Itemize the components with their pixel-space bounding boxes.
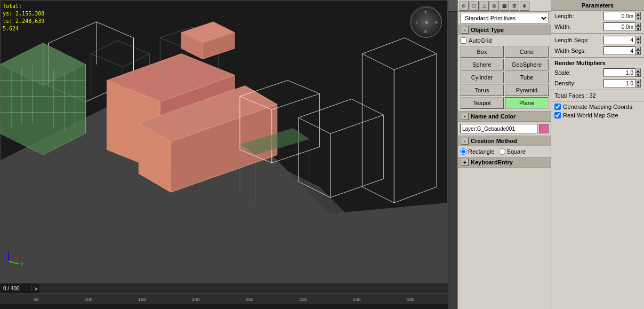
generate-mapping-checkbox[interactable] [554,104,561,110]
square-radio[interactable] [499,148,505,155]
svg-text:Y: Y [20,262,23,267]
width-row: Width: ▲ ▼ [551,21,644,32]
width-segs-spin-down[interactable]: ▼ [635,51,641,55]
density-input-wrap: ▲ ▼ [603,79,641,88]
stat-value: 5.624 [3,25,44,33]
command-panel: ⊙ ⬡ △ ◎ ▦ ⊞ ⊕ Standard Primitives Extend… [457,0,551,309]
length-label: Length: [554,13,574,19]
color-swatch[interactable] [539,124,549,133]
width-spin-up[interactable]: ▲ [635,22,641,27]
divider-3 [551,90,644,90]
toolbar-icon-6[interactable]: ⊞ [510,1,519,11]
scale-spin-down[interactable]: ▼ [635,73,641,77]
length-segs-spinner: ▲ ▼ [635,36,641,44]
scale-row: Scale: ▲ ▼ [551,67,644,78]
creation-method-collapse[interactable]: - [461,137,469,145]
autogrid-label: AutoGrid [469,37,492,44]
toolbar-icon-3[interactable]: △ [479,1,489,11]
width-segs-spin-up[interactable]: ▲ [635,46,641,51]
length-spin-down[interactable]: ▼ [635,16,641,20]
length-segs-spin-down[interactable]: ▼ [635,40,641,44]
density-spinner: ▲ ▼ [635,79,641,88]
divider-2 [551,57,644,58]
svg-text:X: X [20,254,23,259]
viewport-3d[interactable]: X Y Total: ys: 2,155,308 ts: 2,248,639 5… [0,0,448,283]
toolbar-icon-1[interactable]: ⊙ [459,1,469,11]
scale-spin-up[interactable]: ▲ [635,68,641,73]
length-segs-spin-up[interactable]: ▲ [635,36,641,40]
middle-toolbar [448,0,457,309]
scale-input[interactable] [603,68,635,77]
svg-point-68 [425,21,428,24]
nav-gizmo[interactable]: T B L R [410,6,442,38]
width-input[interactable] [603,22,635,31]
object-type-section: AutoGrid Box Cone Sphere GeoSphere Cylin… [458,35,551,111]
width-spin-down[interactable]: ▼ [635,27,641,31]
timeline-play[interactable]: > [32,286,39,292]
length-segs-input[interactable] [603,36,635,44]
params-title: Parameters [551,0,644,11]
keyboard-entry-header: + KeyboardEntry [458,157,551,168]
svg-text:B: B [424,30,427,34]
toolbar-icon-7[interactable]: ⊕ [520,1,529,11]
ruler-mark-250: 250 [245,297,253,302]
square-label: Square [507,148,526,155]
total-faces-row: Total Faces : 32 [551,91,644,100]
timeline-track[interactable] [39,283,448,294]
primitive-buttons-grid: Box Cone Sphere GeoSphere Cylinder Tube … [460,46,549,109]
primitives-dropdown-row: Standard Primitives Extended Primitives … [458,12,551,25]
density-spin-up[interactable]: ▲ [635,79,641,83]
width-segs-input-wrap: ▲ ▼ [603,46,641,55]
box-button[interactable]: Box [460,46,504,58]
object-type-header: - Object Type [458,25,551,35]
square-option: Square [499,148,526,155]
viewport-stats: Total: ys: 2,155,308 ts: 2,248,639 5.624 [3,3,44,33]
width-segs-input[interactable] [603,46,635,55]
width-segs-spinner: ▲ ▼ [635,46,641,55]
density-spin-down[interactable]: ▼ [635,83,641,88]
ruler-mark-300: 300 [299,297,307,302]
tube-button[interactable]: Tube [505,72,549,83]
length-segs-label: Length Segs: [554,37,589,43]
keyboard-entry-title: KeyboardEntry [471,159,513,165]
teapot-button[interactable]: Teapot [460,97,504,109]
plane-button[interactable]: Plane [505,97,549,109]
real-world-checkbox[interactable] [554,112,561,118]
keyboard-entry-expand[interactable]: + [461,159,469,166]
torus-button[interactable]: Torus [460,84,504,96]
autogrid-checkbox[interactable] [460,37,466,44]
name-color-collapse[interactable]: - [461,113,469,120]
scale-spinner: ▲ ▼ [635,68,641,77]
name-input[interactable] [460,124,538,133]
generate-mapping-label: Generate Mapping Coords. [563,104,634,110]
primitives-dropdown[interactable]: Standard Primitives Extended Primitives … [460,13,549,23]
name-color-title: Name and Color [471,113,516,120]
density-input[interactable] [603,79,635,88]
pyramid-button[interactable]: Pyramid [505,84,549,96]
geosphere-button[interactable]: GeoSphere [505,59,549,70]
sphere-button[interactable]: Sphere [460,59,504,70]
object-type-collapse[interactable]: - [461,26,469,34]
density-row: Density: ▲ ▼ [551,78,644,89]
cone-button[interactable]: Cone [505,46,549,58]
toolbar-icon-2[interactable]: ⬡ [469,1,479,11]
ruler-mark-50: 50 [34,297,39,302]
name-color-header: - Name and Color [458,111,551,122]
rectangle-radio[interactable] [460,148,466,155]
svg-text:L: L [416,21,418,25]
cylinder-button[interactable]: Cylinder [460,72,504,83]
toolbar-icon-4[interactable]: ◎ [489,1,499,11]
length-spin-up[interactable]: ▲ [635,12,641,16]
object-type-title: Object Type [471,27,504,33]
toolbar-icon-5[interactable]: ▦ [500,1,509,11]
real-world-row: Real-World Map Size [551,111,644,120]
ruler-mark-150: 150 [138,297,146,302]
length-input[interactable] [603,12,635,20]
rectangle-option: Rectangle [460,148,495,155]
stat-polys: ys: 2,155,308 [3,10,44,18]
rectangle-label: Rectangle [468,148,495,155]
params-panel: Parameters Length: ▲ ▼ Width: [551,0,644,309]
autogrid-row: AutoGrid [460,37,549,44]
width-segs-label: Width Segs: [554,47,586,54]
divider-4 [551,101,644,101]
